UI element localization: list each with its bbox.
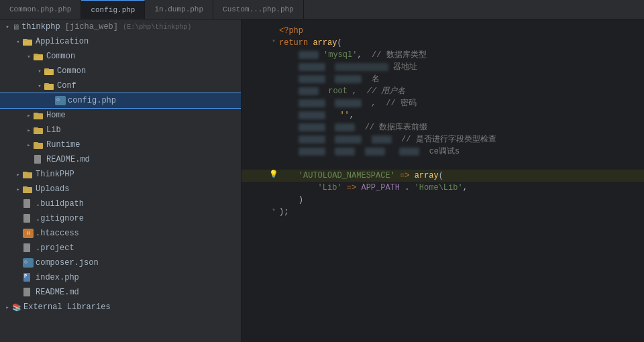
code-line-14: 'Lib' => APP_PATH . 'Home\Lib', <box>241 182 644 194</box>
code-line-2: ▾ return array( <box>241 37 644 49</box>
tree-htaccess[interactable]: H .htaccess <box>0 226 241 241</box>
folder-label: External Libraries <box>23 302 111 312</box>
tree-readme2[interactable]: README.md <box>0 285 241 300</box>
arrow-icon <box>13 170 23 179</box>
folder-icon <box>23 170 34 178</box>
code-line-11: ce调试s <box>241 146 644 158</box>
tree-project-root[interactable]: 🖥 thinkphp [jicha_web] (E:\php\thinkphp) <box>0 19 241 34</box>
tree-buildpath[interactable]: .buildpath <box>0 196 241 211</box>
tree-common-2[interactable]: Common <box>0 49 241 64</box>
code-line-4: 器地址 <box>241 61 644 73</box>
folder-icon <box>34 141 44 149</box>
php-file-icon <box>55 96 66 105</box>
generic-file-icon <box>23 243 34 253</box>
code-line-9: // 数据库表前缀 <box>241 121 644 133</box>
fold-icon: ▾ <box>272 37 276 45</box>
code-line-5: 名 <box>241 73 644 85</box>
main-layout: 🖥 thinkphp [jicha_web] (E:\php\thinkphp)… <box>0 19 644 342</box>
folder-label: Lib <box>46 125 61 135</box>
code-line-6: root , // 用户名 <box>241 85 644 97</box>
code-line-12 <box>241 158 644 170</box>
tree-gitignore[interactable]: .gitignore <box>0 211 241 226</box>
tip-icon: 💡 <box>269 170 278 178</box>
tree-home[interactable]: Home <box>0 108 241 123</box>
tab-4[interactable]: Custom...php.php <box>213 0 304 19</box>
folder-label: Uploads <box>36 184 69 194</box>
folder-label: Runtime <box>46 140 80 150</box>
arrow-icon <box>13 184 23 194</box>
code-line-10: // 是否进行字段类型检查 <box>241 133 644 146</box>
arrow-icon <box>35 66 44 76</box>
tree-composer[interactable]: composer.json <box>0 255 241 270</box>
tree-configphp[interactable]: config.php <box>0 93 241 108</box>
file-label: composer.json <box>36 258 99 268</box>
htaccess-icon: H <box>23 229 34 238</box>
folder-icon <box>23 38 34 46</box>
code-editor[interactable]: <?php ▾ return array( 'mysql', // 数据库类型 <box>241 19 644 342</box>
code-line-1: <?php <box>241 25 644 37</box>
code-line-13: 💡 'AUTOLOAD_NAMESPACE' => array( <box>241 170 644 182</box>
file-label: README.md <box>36 288 79 297</box>
arrow-icon <box>24 111 34 120</box>
tree-indexphp[interactable]: index.php <box>0 270 241 285</box>
md-file-icon <box>34 155 44 164</box>
arrow-icon <box>3 302 12 312</box>
tree-readme1[interactable]: README.md <box>0 152 241 167</box>
folder-icon <box>34 126 44 134</box>
tab-2[interactable]: config.php <box>81 0 145 19</box>
folder-label: Common <box>46 52 75 61</box>
code-line-7: , // 密码 <box>241 97 644 109</box>
tree-conf[interactable]: Conf <box>0 78 241 93</box>
arrow-icon <box>24 140 34 150</box>
tab-3[interactable]: in.dump.php <box>145 0 213 19</box>
tab-1[interactable]: Common.php.php <box>0 0 81 19</box>
tree-extlibs[interactable]: 📚 External Libraries <box>0 300 241 315</box>
code-line-8: '', <box>241 109 644 121</box>
folder-icon <box>34 52 44 60</box>
file-label: .htaccess <box>36 229 79 238</box>
code-line-15: ) <box>241 194 644 206</box>
file-label: config.php <box>68 96 116 105</box>
project-label: thinkphp [jicha_web] (E:\php\thinkphp) <box>21 22 191 32</box>
code-line-3: 'mysql', // 数据库类型 <box>241 49 644 61</box>
folder-label: Home <box>46 111 66 120</box>
tree-uploads[interactable]: Uploads <box>0 182 241 196</box>
tree-project[interactable]: .project <box>0 241 241 255</box>
arrow-icon <box>3 22 12 32</box>
folder-icon <box>34 111 44 119</box>
arrow-icon <box>13 37 23 46</box>
ext-libs-icon: 📚 <box>12 303 21 312</box>
tree-application[interactable]: Application <box>0 34 241 49</box>
php-file-icon <box>23 273 34 282</box>
file-label: .buildpath <box>36 199 84 209</box>
folder-icon <box>44 82 55 90</box>
folder-label: Conf <box>57 81 76 91</box>
folder-label: ThinkPHP <box>36 170 74 179</box>
generic-file-icon <box>23 214 34 223</box>
folder-label: Application <box>36 37 89 46</box>
arrow-icon <box>24 52 34 61</box>
generic-file-icon <box>23 199 34 209</box>
project-icon: 🖥 <box>12 23 19 32</box>
md-file-icon <box>23 288 34 297</box>
tree-common-3[interactable]: Common <box>0 64 241 78</box>
tree-runtime[interactable]: Runtime <box>0 137 241 152</box>
tab-bar: Common.php.php config.php in.dump.php Cu… <box>0 0 644 19</box>
file-label: README.md <box>46 155 90 164</box>
file-label: index.php <box>36 273 79 282</box>
file-label: .project <box>36 243 74 253</box>
folder-label: Common <box>57 66 86 76</box>
file-label: .gitignore <box>36 214 84 223</box>
config-file-icon <box>23 258 34 268</box>
code-line-16: ▾ ); <box>241 206 644 218</box>
fold-icon: ▾ <box>272 206 276 214</box>
arrow-icon <box>24 125 34 135</box>
code-content[interactable]: <?php ▾ return array( 'mysql', // 数据库类型 <box>241 19 644 342</box>
folder-icon <box>44 67 55 75</box>
tree-lib[interactable]: Lib <box>0 123 241 137</box>
folder-icon <box>23 185 34 193</box>
arrow-icon <box>35 81 44 91</box>
tree-thinkphp[interactable]: ThinkPHP <box>0 167 241 182</box>
file-tree[interactable]: 🖥 thinkphp [jicha_web] (E:\php\thinkphp)… <box>0 19 241 342</box>
